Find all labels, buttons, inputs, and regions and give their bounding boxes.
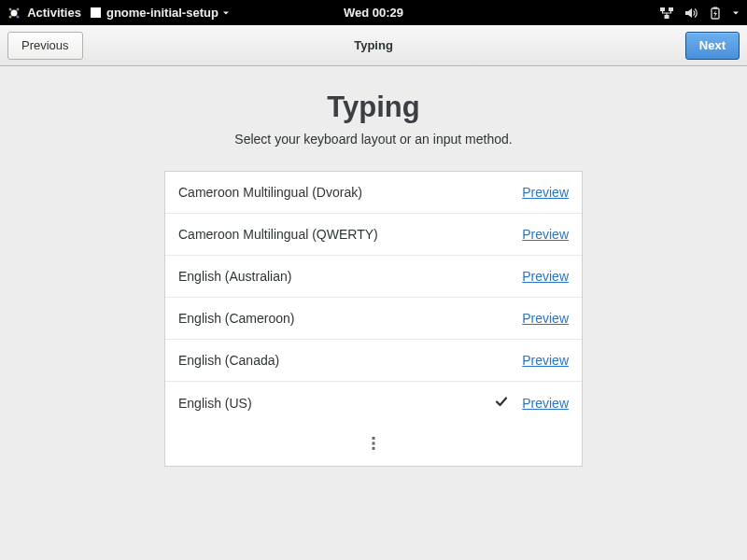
content-area: Typing Select your keyboard layout or an… (0, 66, 747, 467)
page-subtitle: Select your keyboard layout or an input … (234, 132, 512, 147)
volume-icon[interactable] (684, 6, 698, 21)
top-bar: Activities gnome-initial-setup Wed 00:29 (0, 0, 747, 25)
svg-point-2 (17, 8, 20, 11)
svg-rect-12 (373, 447, 375, 450)
next-button[interactable]: Next (685, 32, 740, 60)
layout-name: Cameroon Multilingual (QWERTY) (178, 227, 490, 242)
preview-link[interactable]: Preview (522, 269, 569, 284)
layout-row[interactable]: English (US)Preview (165, 382, 582, 424)
svg-rect-5 (660, 7, 665, 11)
network-icon[interactable] (659, 6, 674, 21)
caret-down-icon (222, 6, 230, 20)
preview-link[interactable]: Preview (522, 185, 569, 200)
previous-button[interactable]: Previous (7, 32, 83, 60)
layout-row[interactable]: Cameroon Multilingual (QWERTY)Preview (165, 214, 582, 256)
svg-rect-11 (373, 441, 375, 444)
layout-name: English (US) (178, 396, 490, 411)
layout-name: English (Cameroon) (178, 311, 490, 326)
clock-label: Wed 00:29 (344, 6, 403, 20)
svg-point-1 (9, 8, 12, 11)
more-icon (372, 436, 375, 455)
clock[interactable]: Wed 00:29 (344, 6, 403, 20)
battery-icon[interactable] (708, 6, 723, 21)
checkmark-icon (490, 395, 513, 411)
activities-button[interactable]: Activities (7, 6, 81, 21)
header-bar: Previous Typing Next (0, 25, 747, 66)
layout-row[interactable]: English (Australian)Preview (165, 256, 582, 298)
svg-point-3 (9, 16, 12, 19)
svg-point-0 (11, 10, 18, 17)
layout-name: Cameroon Multilingual (Dvorak) (178, 185, 490, 200)
layout-name: English (Canada) (178, 353, 490, 368)
svg-rect-7 (665, 15, 669, 19)
headerbar-title: Typing (354, 38, 393, 52)
show-more-button[interactable] (165, 424, 582, 466)
svg-rect-9 (713, 7, 717, 8)
keyboard-layout-list: Cameroon Multilingual (Dvorak)PreviewCam… (164, 171, 583, 467)
system-menu-caret-icon[interactable] (732, 9, 740, 17)
activities-icon (7, 7, 21, 20)
preview-link[interactable]: Preview (522, 227, 569, 242)
svg-point-4 (17, 16, 20, 19)
app-name-label: gnome-initial-setup (106, 6, 218, 20)
layout-row[interactable]: Cameroon Multilingual (Dvorak)Preview (165, 172, 582, 214)
preview-link[interactable]: Preview (522, 396, 569, 411)
svg-rect-10 (373, 437, 375, 440)
layout-row[interactable]: English (Canada)Preview (165, 340, 582, 382)
layout-row[interactable]: English (Cameroon)Preview (165, 298, 582, 340)
preview-link[interactable]: Preview (522, 311, 569, 326)
layout-name: English (Australian) (178, 269, 490, 284)
svg-rect-6 (669, 7, 673, 11)
preview-link[interactable]: Preview (522, 353, 569, 368)
app-icon (91, 7, 101, 18)
activities-label: Activities (27, 6, 81, 20)
app-menu[interactable]: gnome-initial-setup (91, 6, 230, 20)
page-title: Typing (327, 91, 419, 124)
